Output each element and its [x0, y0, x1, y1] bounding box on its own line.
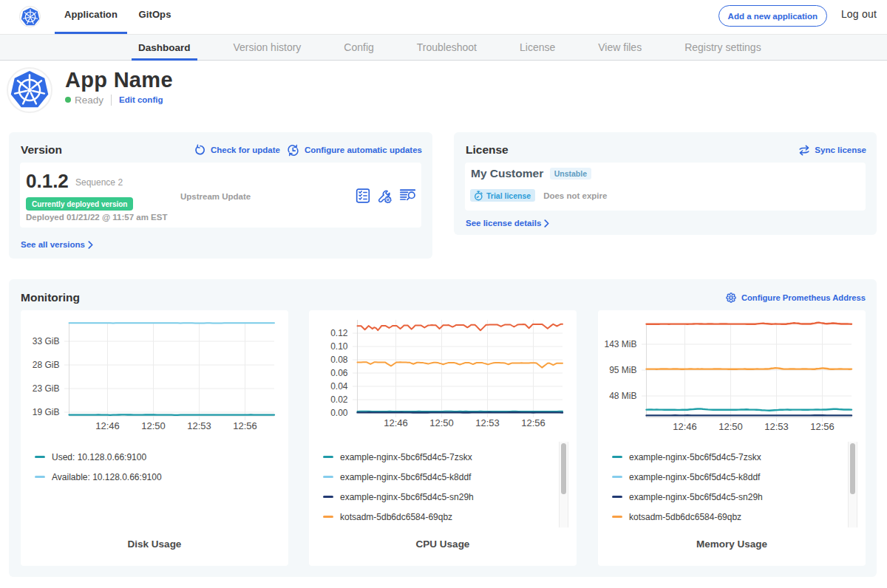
svg-text:0.04: 0.04	[330, 381, 348, 392]
svg-text:12:53: 12:53	[187, 420, 211, 431]
svg-text:23 GiB: 23 GiB	[33, 383, 60, 394]
svg-text:95 MiB: 95 MiB	[609, 365, 636, 375]
svg-text:28 GiB: 28 GiB	[33, 360, 60, 370]
svg-text:12:56: 12:56	[521, 417, 546, 428]
svg-text:12:46: 12:46	[95, 420, 120, 431]
svg-text:0.00: 0.00	[330, 408, 348, 418]
svg-text:12:53: 12:53	[764, 421, 789, 432]
svg-text:12:46: 12:46	[673, 421, 697, 432]
svg-text:0.06: 0.06	[330, 368, 348, 378]
svg-text:12:50: 12:50	[429, 417, 454, 428]
svg-text:48 MiB: 48 MiB	[609, 391, 636, 401]
svg-text:12:53: 12:53	[475, 417, 500, 428]
svg-text:12:50: 12:50	[141, 420, 166, 431]
svg-text:0.02: 0.02	[330, 394, 348, 405]
svg-text:12:56: 12:56	[810, 421, 835, 432]
svg-text:0.08: 0.08	[330, 355, 348, 365]
svg-text:33 GiB: 33 GiB	[33, 336, 60, 346]
svg-text:12:56: 12:56	[233, 420, 257, 431]
svg-text:0.10: 0.10	[330, 341, 348, 352]
svg-text:0.12: 0.12	[330, 328, 348, 338]
svg-text:143 MiB: 143 MiB	[604, 339, 636, 349]
svg-text:19 GiB: 19 GiB	[33, 407, 60, 417]
svg-text:12:50: 12:50	[718, 421, 743, 432]
svg-text:12:46: 12:46	[384, 417, 408, 428]
